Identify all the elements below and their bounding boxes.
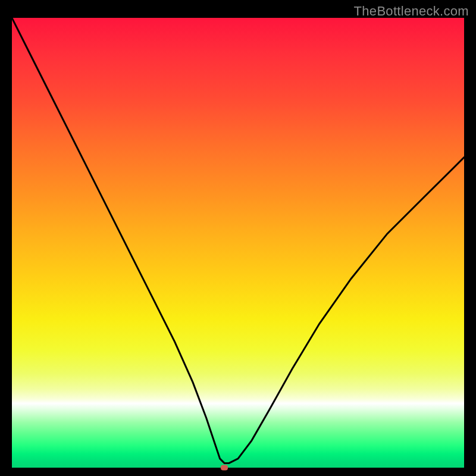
chart-curve-layer bbox=[12, 18, 464, 468]
chart-frame: TheBottleneck.com bbox=[0, 0, 476, 476]
watermark-text: TheBottleneck.com bbox=[354, 4, 469, 19]
bottleneck-curve-path bbox=[12, 18, 464, 463]
bottleneck-marker bbox=[221, 465, 228, 471]
